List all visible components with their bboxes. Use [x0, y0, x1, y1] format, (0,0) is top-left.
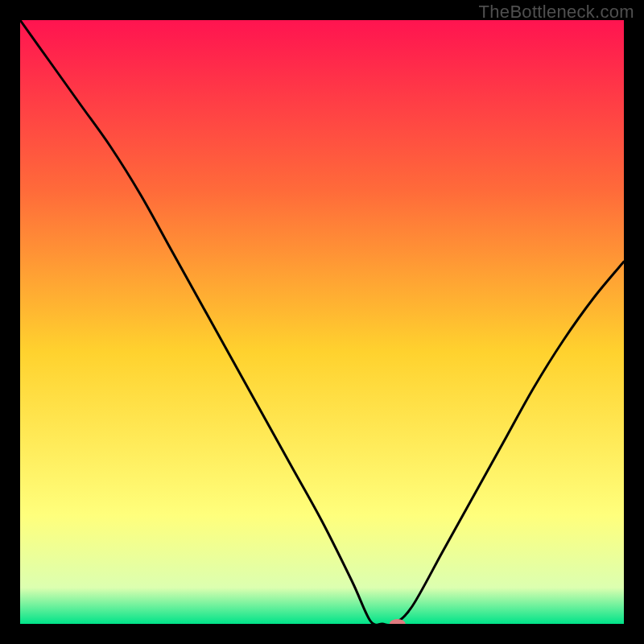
plot-area: [20, 20, 624, 624]
gradient-background: [20, 20, 624, 624]
chart-svg: [20, 20, 624, 624]
chart-frame: TheBottleneck.com: [0, 0, 644, 644]
watermark-text: TheBottleneck.com: [479, 2, 634, 23]
